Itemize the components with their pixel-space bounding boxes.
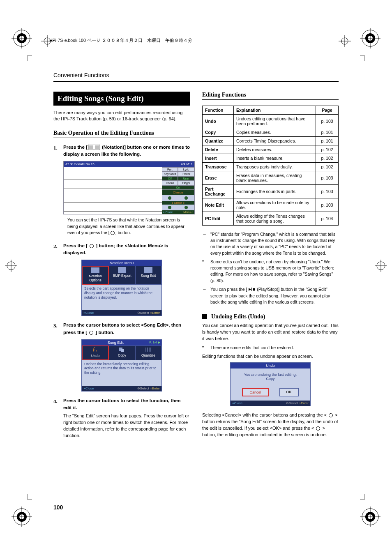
cell-page: p. 102 — [316, 145, 339, 154]
cell-function: Insert — [203, 154, 234, 163]
cell-explanation: Undoes editing operations that have been… — [234, 115, 316, 128]
tab-song-edit: Song Edit — [135, 266, 161, 285]
cell-explanation: Inserts a blank measure. — [234, 154, 316, 163]
cell-page: p. 103 — [316, 171, 339, 185]
shot4-close: ×Close — [232, 401, 242, 405]
cell-function: PC Edit — [203, 212, 234, 226]
registration-mark-right-icon — [375, 260, 387, 272]
shot1-title-right: 4/4 M: 1 — [181, 162, 193, 166]
tab-copy: Copy — [109, 345, 135, 360]
shot2-help: Selects the part appearing on the notati… — [82, 285, 161, 310]
cell-page: p. 101 — [316, 137, 339, 145]
print-job-header: HPi-7S-e.book 100 ページ ２００８年４月２日 水曜日 午前９時… — [49, 38, 192, 44]
intro-text: There are many ways you can edit perform… — [53, 110, 190, 122]
shot3-select: ⊙Select — [137, 387, 149, 390]
shot2-close: ×Close — [83, 311, 94, 315]
side-dot-icon — [184, 196, 188, 200]
note-pc: →"PC" stands for "Program Change," which… — [202, 231, 339, 256]
table-row: Note EditAllows corrections to be made n… — [203, 198, 339, 212]
step-3: 3. Press the cursor buttons to select <S… — [53, 322, 190, 336]
print-target-bl-icon — [12, 507, 32, 527]
cell-function: Part Exchange — [203, 185, 234, 198]
crop-mark-bl-icon — [22, 494, 32, 504]
step-2: 2. Press the [ ] button; the <Notation M… — [53, 242, 190, 257]
step-4: 4. Press the cursor buttons to select th… — [53, 397, 190, 442]
circle-button-icon — [90, 244, 94, 248]
table-row: TransposeTransposes parts individually.p… — [203, 163, 339, 171]
cell-explanation: Transposes parts individually. — [234, 163, 316, 171]
head-rule — [53, 81, 339, 82]
svg-marker-50 — [249, 288, 251, 291]
cell-page: p. 102 — [316, 154, 339, 163]
th-page: Page — [316, 106, 339, 115]
tab-quantize: Quantize — [135, 345, 161, 360]
cell-function: Erase — [203, 171, 234, 185]
svg-rect-32 — [88, 145, 100, 150]
step-2-text-pre: Press the [ — [63, 243, 89, 248]
cell-page: p. 103 — [316, 185, 339, 198]
undo-paragraph-3: Selecting <Cancel> with the cursor butto… — [202, 412, 339, 438]
svg-rect-41 — [91, 267, 99, 273]
note-undo-limit: *Some edits can't be undone, not even by… — [202, 259, 339, 284]
section-title: Editing Songs (Song Edit) — [53, 92, 190, 106]
cell-function: Delete — [203, 145, 234, 154]
side-on-value: On — [162, 185, 195, 190]
print-target-tr-icon — [360, 28, 380, 48]
step-1: 1. Press the [ (Notation)] button one or… — [53, 144, 190, 158]
table-row: EraseErases data in measures, creating b… — [203, 171, 339, 185]
screenshot-notation-menu: Notation Menu Notation Options BMP Expor… — [81, 260, 162, 316]
side-part-label: Part — [162, 167, 178, 172]
svg-rect-45 — [121, 349, 124, 352]
cell-explanation: Allows editing of the Tones changes that… — [234, 212, 316, 226]
shot4-message: You are undoing the last editing. — [233, 373, 308, 377]
shot1-title-left: J:138 Sonate No.15 — [65, 162, 95, 166]
side-select-label: ● Select ● — [162, 201, 195, 205]
shot3-enter: ○Enter — [150, 387, 160, 390]
circle-button-icon — [111, 231, 115, 235]
undo-note: *There are some edits that can't be rest… — [202, 345, 339, 351]
registration-mark-left-icon — [5, 260, 17, 272]
side-change-label: Change — [162, 190, 195, 195]
side-finger-label: Finger — [178, 181, 194, 185]
step-number: 2. — [53, 242, 60, 257]
side-lyric-label: Lyric — [178, 167, 194, 172]
notation-button-icon — [88, 145, 100, 150]
step-number: 4. — [53, 397, 60, 442]
th-function: Function — [203, 106, 234, 115]
svg-rect-43 — [144, 267, 152, 273]
circle-button-icon — [89, 331, 93, 335]
th-explanation: Explanation — [234, 106, 316, 115]
shot1-staff-area — [64, 167, 162, 214]
side-dot-icon — [184, 206, 188, 209]
note-play-stop: →You can press the [ (Play/Stop)] button… — [202, 286, 339, 306]
cell-function: Copy — [203, 128, 234, 137]
step-1-text-pre: Press the [ — [63, 145, 88, 150]
cell-page: p. 104 — [316, 212, 339, 226]
caption-4: The "Song Edit" screen has four pages. P… — [63, 413, 190, 439]
table-row: CopyCopies measures.p. 101 — [203, 128, 339, 137]
cell-function: Note Edit — [203, 198, 234, 212]
cell-page: p. 102 — [316, 163, 339, 171]
tab-bmp-export: BMP Export — [109, 266, 135, 285]
cell-page: p. 101 — [316, 128, 339, 137]
side-user-value: User — [178, 176, 194, 181]
shot4-enter: ○Enter — [299, 401, 309, 405]
square-bullet-icon — [202, 314, 207, 319]
ok-button: OK — [279, 388, 299, 396]
undo-paragraph-1: You can cancel an editing operation that… — [202, 322, 339, 342]
step-number: 1. — [53, 144, 60, 158]
side-dot-icon — [168, 196, 171, 200]
side-chord-label: Chord — [162, 181, 178, 185]
cell-function: Transpose — [203, 163, 234, 171]
cell-explanation: Corrects Timing Discrepancies. — [234, 137, 316, 145]
shot4-select: ⊙Select — [286, 401, 298, 405]
undo-paragraph-2: Editing functions that can be undone app… — [202, 353, 339, 360]
cell-page: p. 103 — [316, 198, 339, 212]
cell-explanation: Copies measures. — [234, 128, 316, 137]
editing-functions-table: Function Explanation Page UndoUndoes edi… — [202, 106, 339, 226]
heading-undoing-edits: Undoing Edits (Undo) — [202, 313, 339, 320]
print-target-tl-icon — [12, 28, 32, 48]
side-pedal-label: Pedal — [178, 172, 194, 176]
table-row: Part ExchangeExchanges the sounds in par… — [203, 185, 339, 198]
shot3-title: Song Edit — [108, 341, 124, 345]
